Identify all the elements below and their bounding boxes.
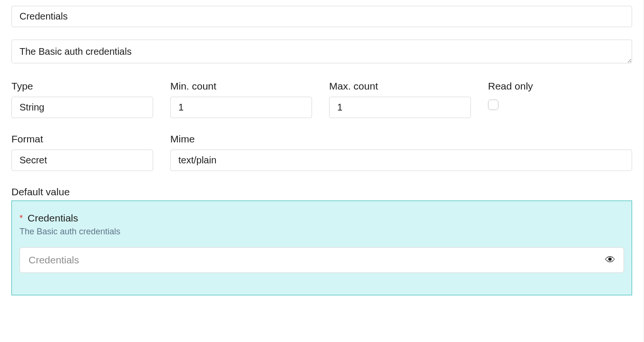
default-value-title: Credentials [28, 212, 78, 224]
description-textarea[interactable]: The Basic auth credentials [11, 40, 632, 63]
min-count-label: Min. count [170, 80, 312, 92]
default-value-title-row: * Credentials [20, 212, 624, 224]
default-value-input[interactable] [20, 247, 624, 273]
mime-input[interactable] [170, 150, 632, 171]
type-input[interactable] [11, 97, 153, 118]
min-count-input[interactable] [170, 97, 312, 118]
default-value-box: * Credentials The Basic auth credentials… [11, 201, 632, 295]
type-label: Type [11, 80, 153, 92]
min-count-col: Min. count [170, 80, 312, 118]
name-field-wrap [11, 6, 632, 27]
readonly-col: Read only [488, 80, 630, 112]
mime-label: Mime [170, 133, 632, 145]
description-field-wrap: The Basic auth credentials [11, 40, 632, 65]
format-label: Format [11, 133, 153, 145]
readonly-checkbox-wrap [488, 100, 630, 112]
default-value-description: The Basic auth credentials [20, 227, 624, 237]
eye-icon[interactable]: 👁 [605, 255, 615, 265]
max-count-col: Max. count [329, 80, 471, 118]
default-value-label: Default value [11, 186, 632, 198]
default-value-input-wrap: 👁 [20, 247, 624, 273]
max-count-label: Max. count [329, 80, 471, 92]
required-asterisk-icon: * [20, 214, 23, 222]
type-col: Type [11, 80, 153, 118]
name-input[interactable] [11, 6, 632, 27]
readonly-label: Read only [488, 80, 630, 92]
max-count-input[interactable] [329, 97, 471, 118]
format-input[interactable] [11, 150, 153, 171]
mime-col: Mime [170, 133, 632, 171]
readonly-checkbox[interactable] [488, 100, 498, 110]
row-format-mime: Format Mime [11, 133, 632, 171]
format-col: Format [11, 133, 153, 171]
row-type-min-max-readonly: Type Min. count Max. count Read only [11, 80, 632, 118]
